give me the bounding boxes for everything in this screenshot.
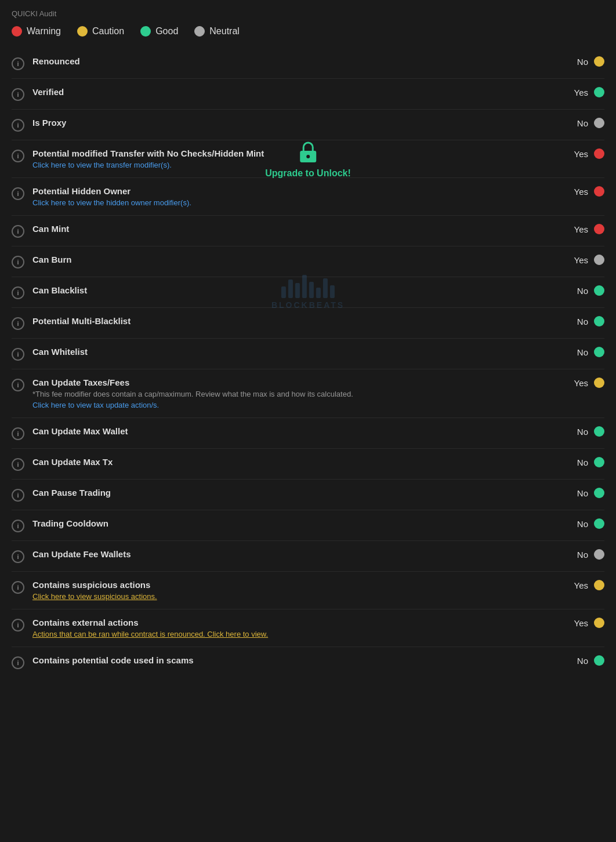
audit-content-can-whitelist: Can Whitelist (32, 347, 559, 357)
audit-content-can-update-max-wallet: Can Update Max Wallet (32, 426, 559, 436)
info-icon-renounced[interactable]: i (12, 57, 24, 70)
audit-value-can-pause-trading: No (571, 488, 588, 498)
audit-content-can-burn: Can Burn (32, 255, 559, 264)
app-title: QUICKI Audit (12, 9, 604, 18)
info-icon-contains-suspicious-actions[interactable]: i (12, 581, 24, 594)
audit-row-potential-hidden-owner: iPotential Hidden OwnerClick here to vie… (12, 178, 604, 216)
info-icon-can-blacklist[interactable]: i (12, 286, 24, 299)
audit-value-can-burn: Yes (571, 255, 588, 265)
audit-result-is-proxy: No (559, 118, 604, 128)
audit-label-can-burn: Can Burn (32, 255, 559, 264)
audit-value-can-mint: Yes (571, 224, 588, 234)
info-icon-can-update-fee-wallets[interactable]: i (12, 550, 24, 563)
audit-link-contains-external-actions[interactable]: Actions that can be ran while contract i… (32, 630, 559, 638)
audit-content-potential-hidden-owner: Potential Hidden OwnerClick here to view… (32, 186, 559, 207)
audit-content-can-mint: Can Mint (32, 224, 559, 234)
legend-item-caution: Caution (77, 26, 124, 37)
audit-row-can-pause-trading: iCan Pause TradingNo (12, 480, 604, 510)
audit-label-is-proxy: Is Proxy (32, 118, 559, 128)
info-icon-is-proxy[interactable]: i (12, 119, 24, 132)
info-icon-verified[interactable]: i (12, 88, 24, 101)
legend-dot-good (140, 26, 151, 37)
audit-label-can-update-max-wallet: Can Update Max Wallet (32, 426, 559, 436)
audit-result-potential-hidden-owner: Yes (559, 186, 604, 197)
audit-result-can-update-max-tx: No (559, 457, 604, 467)
audit-content-contains-suspicious-actions: Contains suspicious actionsClick here to… (32, 580, 559, 601)
audit-content-potential-multi-blacklist: Potential Multi-Blacklist (32, 316, 559, 326)
audit-result-contains-potential-scam-code: No (559, 655, 604, 666)
audit-value-trading-cooldown: No (571, 519, 588, 529)
audit-result-can-update-max-wallet: No (559, 426, 604, 437)
info-icon-trading-cooldown[interactable]: i (12, 520, 24, 532)
info-icon-can-whitelist[interactable]: i (12, 348, 24, 361)
audit-row-can-burn: iCan BurnYes (12, 246, 604, 277)
info-icon-can-update-taxes[interactable]: i (12, 379, 24, 391)
audit-row-is-proxy: iIs ProxyNo (12, 110, 604, 140)
audit-row-contains-external-actions: iContains external actionsActions that c… (12, 609, 604, 647)
audit-row-renounced: iRenouncedNo (12, 48, 604, 79)
audit-link-potential-modified-transfer[interactable]: Click here to view the transfer modifier… (32, 161, 559, 169)
audit-dot-contains-potential-scam-code (594, 655, 604, 666)
info-icon-potential-hidden-owner[interactable]: i (12, 187, 24, 200)
legend: Warning Caution Good Neutral (12, 26, 604, 37)
audit-result-trading-cooldown: No (559, 518, 604, 529)
info-icon-can-pause-trading[interactable]: i (12, 489, 24, 502)
audit-result-renounced: No (559, 56, 604, 67)
audit-content-can-update-max-tx: Can Update Max Tx (32, 457, 559, 467)
audit-row-potential-multi-blacklist: iPotential Multi-BlacklistNo (12, 308, 604, 339)
audit-result-contains-suspicious-actions: Yes (559, 580, 604, 590)
audit-dot-trading-cooldown (594, 518, 604, 529)
audit-dot-renounced (594, 56, 604, 67)
audit-label-can-blacklist: Can Blacklist (32, 285, 559, 295)
audit-dot-is-proxy (594, 118, 604, 128)
info-icon-potential-modified-transfer[interactable]: i (12, 150, 24, 162)
audit-value-can-update-taxes: Yes (571, 378, 588, 388)
info-icon-contains-potential-scam-code[interactable]: i (12, 656, 24, 669)
audit-label-can-update-fee-wallets: Can Update Fee Wallets (32, 549, 559, 559)
audit-row-verified: iVerifiedYes (12, 79, 604, 110)
audit-label-can-whitelist: Can Whitelist (32, 347, 559, 357)
audit-result-contains-external-actions: Yes (559, 618, 604, 628)
audit-result-can-whitelist: No (559, 347, 604, 357)
audit-result-potential-modified-transfer: Yes (559, 148, 604, 159)
audit-content-potential-modified-transfer: Potential modified Transfer with No Chec… (32, 148, 559, 169)
legend-item-warning: Warning (12, 26, 61, 37)
audit-value-can-update-fee-wallets: No (571, 550, 588, 560)
audit-row-can-blacklist: iCan BlacklistNo BLOCKBEATS (12, 277, 604, 308)
audit-value-is-proxy: No (571, 118, 588, 128)
audit-value-contains-potential-scam-code: No (571, 656, 588, 666)
audit-value-can-update-max-tx: No (571, 458, 588, 467)
audit-content-trading-cooldown: Trading Cooldown (32, 518, 559, 528)
audit-dot-can-mint (594, 224, 604, 234)
audit-dot-can-burn (594, 255, 604, 265)
audit-value-potential-multi-blacklist: No (571, 317, 588, 326)
info-icon-can-burn[interactable]: i (12, 256, 24, 268)
audit-content-renounced: Renounced (32, 56, 559, 66)
audit-label-potential-hidden-owner: Potential Hidden Owner (32, 186, 559, 196)
audit-result-can-blacklist: No (559, 285, 604, 296)
audit-value-contains-external-actions: Yes (571, 618, 588, 628)
audit-content-can-update-taxes: Can Update Taxes/Fees*This fee modifier … (32, 378, 559, 409)
legend-item-neutral: Neutral (194, 26, 240, 37)
audit-dot-can-update-taxes (594, 378, 604, 388)
info-icon-can-update-max-tx[interactable]: i (12, 458, 24, 471)
audit-content-is-proxy: Is Proxy (32, 118, 559, 128)
audit-label-potential-multi-blacklist: Potential Multi-Blacklist (32, 316, 559, 326)
audit-dot-can-whitelist (594, 347, 604, 357)
app-container: QUICKI Audit Warning Caution Good Neutra… (0, 0, 616, 687)
audit-link-potential-hidden-owner[interactable]: Click here to view the hidden owner modi… (32, 198, 559, 207)
audit-dot-potential-modified-transfer (594, 148, 604, 159)
audit-link-contains-suspicious-actions[interactable]: Click here to view suspicious actions. (32, 592, 559, 601)
audit-label-can-update-max-tx: Can Update Max Tx (32, 457, 559, 467)
info-icon-can-mint[interactable]: i (12, 225, 24, 238)
info-icon-contains-external-actions[interactable]: i (12, 619, 24, 632)
audit-label-verified: Verified (32, 87, 559, 97)
audit-dot-potential-hidden-owner (594, 186, 604, 197)
info-icon-can-update-max-wallet[interactable]: i (12, 427, 24, 440)
audit-value-potential-hidden-owner: Yes (571, 187, 588, 197)
audit-label-renounced: Renounced (32, 56, 559, 66)
audit-link-can-update-taxes[interactable]: Click here to view tax update action/s. (32, 401, 559, 409)
audit-value-renounced: No (571, 57, 588, 67)
info-icon-potential-multi-blacklist[interactable]: i (12, 317, 24, 330)
audit-row-potential-modified-transfer: iPotential modified Transfer with No Che… (12, 140, 604, 178)
